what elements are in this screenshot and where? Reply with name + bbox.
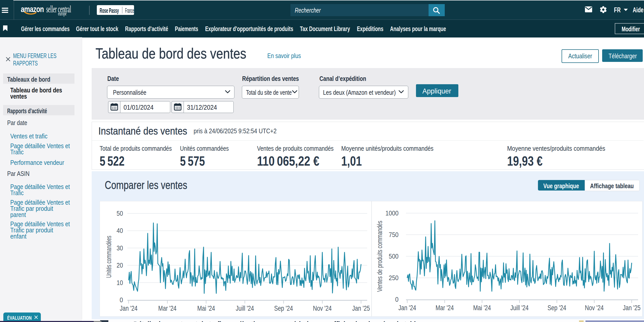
svg-text:Sep '24: Sep '24 (274, 305, 293, 312)
svg-text:40: 40 (117, 227, 123, 234)
svg-text:0: 0 (120, 296, 123, 304)
svg-text:750: 750 (389, 231, 399, 239)
svg-text:Jan '25: Jan '25 (623, 304, 641, 312)
svg-text:Jan '25: Jan '25 (352, 305, 370, 312)
svg-text:Jan '24: Jan '24 (399, 304, 416, 312)
svg-text:500: 500 (389, 252, 399, 260)
svg-text:Juill '24: Juill '24 (236, 305, 254, 312)
svg-text:Jan '24: Jan '24 (120, 305, 138, 312)
svg-text:Sep '24: Sep '24 (547, 304, 566, 312)
svg-text:Mar '24: Mar '24 (158, 305, 176, 312)
svg-text:Juill '24: Juill '24 (510, 304, 529, 312)
svg-text:Nov '24: Nov '24 (585, 304, 604, 312)
svg-text:Unités commandées: Unités commandées (105, 236, 113, 278)
svg-text:30: 30 (117, 244, 123, 252)
svg-text:10: 10 (117, 279, 123, 287)
svg-text:Mar '24: Mar '24 (435, 304, 454, 312)
svg-text:Mai '24: Mai '24 (473, 304, 491, 312)
svg-text:0: 0 (395, 296, 399, 303)
svg-text:250: 250 (389, 274, 399, 282)
svg-text:Ventes de produits commandés: Ventes de produits commandés (376, 221, 384, 292)
svg-text:Nov '24: Nov '24 (313, 305, 332, 312)
svg-text:50: 50 (117, 210, 123, 217)
svg-text:Mai '24: Mai '24 (197, 305, 215, 312)
svg-text:1000: 1000 (385, 209, 399, 217)
svg-text:20: 20 (117, 261, 123, 269)
